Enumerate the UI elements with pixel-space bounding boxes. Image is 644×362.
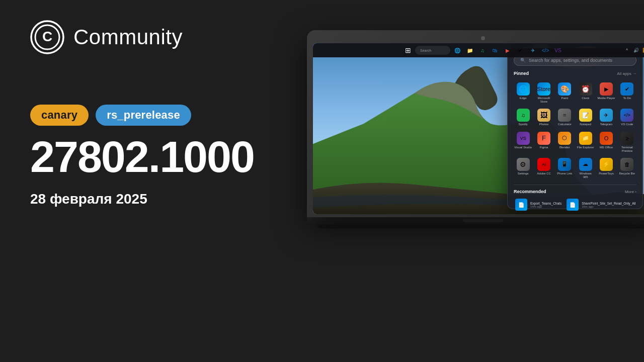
app-photos[interactable]: 🖼 Photos — [534, 107, 553, 128]
rec-text-0: Export_Teams_Chats 14m ago — [530, 202, 561, 208]
app-media[interactable]: ▶ Media Player — [597, 81, 615, 105]
photos-icon: 🖼 — [537, 109, 550, 122]
app-blender[interactable]: ⬡ Blender — [555, 130, 574, 154]
pinned-header: Pinned All apps → — [514, 70, 636, 77]
vscode-icon: </> — [620, 109, 633, 122]
rec-item-0[interactable]: 📄 Export_Teams_Chats 14m ago — [514, 197, 563, 212]
taskbar-icon-5[interactable]: ▶ — [502, 45, 513, 56]
rec-icon-0: 📄 — [515, 199, 527, 211]
recommended-header: Recommended More › — [514, 188, 636, 195]
wallpaper: 🔍 Search for apps, settings, and documen… — [313, 43, 644, 214]
terminal-icon: ≥ — [620, 132, 633, 145]
rec-name-0: Export_Teams_Chats — [530, 202, 561, 205]
app-vscode[interactable]: </> VS Code — [618, 107, 636, 128]
taskbar-search-label: Search — [420, 49, 431, 52]
app-recycle[interactable]: 🗑 Recycle Bin — [618, 156, 636, 180]
msoffice-icon: O — [600, 132, 613, 145]
powertoys-icon: ⚡ — [600, 158, 613, 171]
recommended-label: Recommended — [514, 189, 546, 194]
rec-icon-1: 📄 — [567, 199, 579, 211]
app-vs[interactable]: VS Visual Studio — [514, 130, 532, 154]
taskbar-icon-1[interactable]: 🌐 — [452, 45, 463, 56]
windows-desktop: 🔍 Search for apps, settings, and documen… — [313, 43, 644, 214]
paint-icon: 🎨 — [558, 82, 571, 96]
community-logo-icon: C — [30, 20, 64, 54]
screen-bezel: 🔍 Search for apps, settings, and documen… — [313, 43, 644, 214]
taskbar-icon-2[interactable]: 📁 — [464, 45, 475, 56]
app-calculator[interactable]: = Calculator — [555, 107, 574, 128]
figma-icon: F — [537, 132, 550, 145]
fileexplorer-icon: 📁 — [579, 132, 592, 145]
app-msoffice[interactable]: O MS Office — [597, 130, 615, 154]
taskbar-sys-1[interactable]: ^ — [623, 46, 631, 54]
blender-label: Blender — [559, 146, 570, 149]
more-link[interactable]: More › — [625, 190, 636, 194]
spotify-icon: ♫ — [517, 109, 530, 122]
taskbar-icon-3[interactable]: ♫ — [477, 45, 488, 56]
blender-icon: ⬡ — [558, 132, 571, 145]
pinned-label: Pinned — [514, 71, 529, 76]
taskbar-sys-2[interactable]: 🔊 — [632, 46, 640, 54]
recommended-items: 📄 Export_Teams_Chats 14m ago 📄 — [514, 197, 636, 212]
taskbar-center: ⊞ Search 🌐 📁 ♫ 🛍 ▶ ✔ ✈ </> — [403, 45, 564, 56]
laptop-bottom — [317, 224, 644, 228]
app-fileexplorer[interactable]: 📁 File Explorer — [576, 130, 595, 154]
taskbar-sys-3[interactable]: 📶 — [641, 46, 644, 54]
recommended-section: Recommended More › 📄 Export_Teams_Chats … — [514, 185, 636, 212]
app-figma[interactable]: F Figma — [534, 130, 553, 154]
app-edge[interactable]: 🌐 Edge — [514, 81, 532, 105]
todo-icon: ✔ — [620, 82, 633, 96]
store-label: Microsoft Store — [535, 97, 552, 104]
webcam-dot — [481, 36, 485, 40]
media-label: Media Player — [597, 97, 615, 100]
taskbar-search[interactable]: Search — [415, 46, 450, 55]
app-win365[interactable]: ☁ Windows 365 — [576, 156, 595, 180]
app-terminal[interactable]: ≥ Terminal Preview — [618, 130, 636, 154]
recycle-icon: 🗑 — [620, 158, 633, 171]
store-icon: Store — [537, 82, 550, 96]
app-store[interactable]: Store Microsoft Store — [534, 81, 553, 105]
svg-text:C: C — [42, 29, 52, 44]
vs-label: Visual Studio — [514, 146, 532, 149]
badges-container: canary rs_prerelease — [30, 105, 292, 126]
paint-label: Paint — [561, 97, 568, 100]
win365-icon: ☁ — [579, 158, 592, 171]
app-spotify[interactable]: ♫ Spotify — [514, 107, 532, 128]
taskbar-icon-9[interactable]: VS — [552, 45, 564, 56]
start-button[interactable]: ⊞ — [403, 45, 414, 56]
rec-text-1: SharePoint_Site_Set_Read_Only_All 16m ag… — [582, 202, 635, 208]
rec-name-1: SharePoint_Site_Set_Read_Only_All — [582, 202, 635, 205]
app-paint[interactable]: 🎨 Paint — [555, 81, 574, 105]
laptop-shell: 🔍 Search for apps, settings, and documen… — [307, 30, 644, 217]
app-notepad[interactable]: 📝 Notepad — [576, 107, 595, 128]
phonelink-icon: 📱 — [558, 158, 571, 171]
build-date: 28 февраля 2025 — [30, 191, 292, 207]
taskbar-icon-6[interactable]: ✔ — [515, 45, 526, 56]
start-menu: 🔍 Search for apps, settings, and documen… — [507, 48, 643, 209]
taskbar-icon-8[interactable]: </> — [540, 45, 551, 56]
start-search-placeholder: Search for apps, settings, and documents — [529, 58, 612, 63]
spotify-label: Spotify — [518, 123, 527, 126]
telegram-label: Telegram — [600, 123, 613, 126]
edge-icon: 🌐 — [517, 82, 530, 96]
clock-label: Clock — [582, 97, 589, 100]
app-adobecc[interactable]: Ai Adobe CC — [534, 156, 553, 180]
taskbar-icon-4[interactable]: 🛍 — [490, 45, 501, 56]
taskbar-icon-7[interactable]: ✈ — [527, 45, 538, 56]
app-clock[interactable]: ⏰ Clock — [576, 81, 595, 105]
vscode-label: VS Code — [621, 123, 633, 126]
taskbar: ⊞ Search 🌐 📁 ♫ 🛍 ▶ ✔ ✈ </> — [313, 43, 644, 57]
notepad-icon: 📝 — [579, 109, 592, 122]
app-todo[interactable]: ✔ To Do — [618, 81, 636, 105]
todo-label: To Do — [623, 97, 631, 100]
rec-item-1[interactable]: 📄 SharePoint_Site_Set_Read_Only_All 16m … — [565, 197, 637, 212]
app-settings[interactable]: ⚙ Settings — [514, 156, 532, 180]
app-phonelink[interactable]: 📱 Phone Link — [555, 156, 574, 180]
fileexplorer-label: File Explorer — [577, 146, 594, 149]
app-powertoys[interactable]: ⚡ PowerToys — [597, 156, 615, 180]
calc-label: Calculator — [558, 123, 572, 126]
photos-label: Photos — [539, 123, 549, 126]
app-telegram[interactable]: ✈ Telegram — [597, 107, 615, 128]
notepad-label: Notepad — [580, 123, 591, 126]
all-apps-link[interactable]: All apps → — [617, 71, 636, 76]
